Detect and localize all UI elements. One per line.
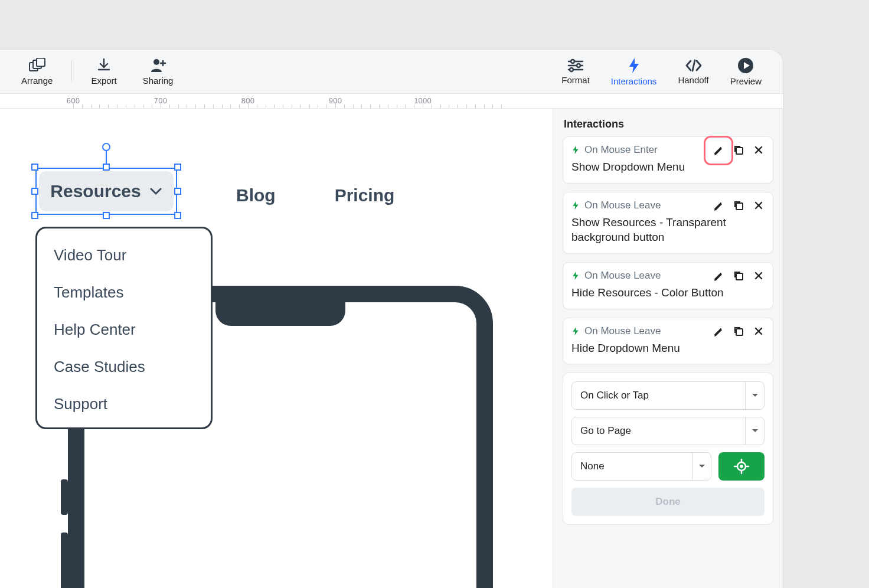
interaction-description: Show Resources - Transparent background … — [571, 215, 765, 245]
app-window: Arrange Export Sharing — [0, 50, 783, 588]
dropdown-item[interactable]: Help Center — [54, 321, 194, 339]
selection-outline — [35, 168, 177, 215]
svg-rect-11 — [736, 329, 743, 335]
interaction-card[interactable]: On Mouse LeaveShow Resources - Transpare… — [563, 192, 773, 254]
svg-rect-2 — [37, 58, 45, 66]
interaction-card[interactable]: On Mouse LeaveHide Dropdown Menu — [563, 318, 773, 365]
arrange-button[interactable]: Arrange — [11, 55, 63, 88]
svg-rect-8 — [736, 148, 743, 154]
phone-notch — [215, 301, 345, 326]
interaction-trigger: On Mouse Leave — [584, 200, 708, 211]
edit-icon[interactable] — [713, 325, 724, 337]
interaction-trigger: On Mouse Enter — [584, 144, 708, 156]
action-select[interactable]: Go to Page — [571, 417, 765, 445]
close-icon[interactable] — [753, 144, 765, 156]
edit-icon[interactable] — [713, 200, 724, 211]
close-icon[interactable] — [753, 200, 765, 211]
edit-icon[interactable] — [713, 270, 724, 282]
interaction-description: Hide Dropdown Menu — [571, 341, 765, 356]
dropdown-item[interactable]: Support — [54, 395, 194, 413]
resize-handle[interactable] — [103, 212, 110, 219]
preview-icon — [737, 57, 754, 74]
target-select-value: None — [580, 460, 605, 472]
duplicate-icon[interactable] — [733, 270, 744, 282]
handoff-tab[interactable]: Handoff — [667, 56, 719, 87]
edit-icon[interactable] — [713, 144, 724, 156]
preview-button[interactable]: Preview — [720, 55, 772, 89]
resize-handle[interactable] — [174, 188, 181, 195]
nav-link-blog[interactable]: Blog — [236, 185, 276, 205]
sharing-label: Sharing — [143, 76, 174, 86]
trigger-select[interactable]: On Click or Tap — [571, 381, 765, 410]
action-select-value: Go to Page — [580, 425, 631, 437]
interaction-card[interactable]: On Mouse LeaveHide Resources - Color But… — [563, 262, 773, 309]
resize-handle[interactable] — [174, 164, 181, 171]
interactions-icon — [628, 57, 641, 74]
resize-handle[interactable] — [31, 212, 38, 219]
done-button[interactable]: Done — [571, 488, 765, 516]
dropdown-item[interactable]: Templates — [54, 283, 194, 302]
interactions-label: Interactions — [611, 76, 657, 86]
format-label: Format — [561, 75, 590, 85]
resize-handle[interactable] — [103, 164, 110, 171]
svg-point-4 — [571, 60, 574, 63]
rotation-handle[interactable] — [102, 143, 110, 151]
export-label: Export — [91, 76, 116, 86]
duplicate-icon[interactable] — [733, 200, 744, 211]
bolt-icon — [571, 272, 580, 280]
format-icon — [567, 58, 584, 73]
chevron-down-icon — [745, 417, 764, 445]
toolbar-separator — [71, 60, 72, 83]
svg-rect-9 — [736, 203, 743, 210]
handoff-label: Handoff — [678, 75, 708, 85]
horizontal-ruler: 6007008009001000 — [0, 93, 783, 109]
design-canvas[interactable]: Blog Pricing Resources — [0, 109, 553, 588]
interaction-description: Hide Resources - Color Button — [571, 285, 765, 300]
handoff-icon — [684, 58, 703, 73]
bolt-icon — [571, 327, 580, 335]
pick-target-button[interactable] — [718, 452, 765, 481]
svg-point-3 — [153, 59, 159, 65]
phone-side-button — [61, 479, 68, 515]
interaction-trigger: On Mouse Leave — [584, 270, 708, 282]
svg-point-6 — [570, 68, 573, 71]
duplicate-icon[interactable] — [733, 144, 744, 156]
arrange-label: Arrange — [21, 76, 53, 86]
done-label: Done — [655, 496, 681, 508]
crosshair-icon — [734, 459, 749, 474]
duplicate-icon[interactable] — [733, 325, 744, 337]
sharing-icon — [149, 58, 167, 73]
target-select[interactable]: None — [571, 452, 711, 481]
preview-label: Preview — [730, 76, 762, 86]
trigger-select-value: On Click or Tap — [580, 390, 649, 401]
export-button[interactable]: Export — [80, 55, 127, 88]
svg-point-5 — [577, 64, 580, 67]
svg-rect-10 — [736, 273, 743, 280]
bolt-icon — [571, 146, 580, 154]
bolt-icon — [571, 201, 580, 210]
close-icon[interactable] — [753, 270, 765, 282]
interaction-card[interactable]: On Mouse EnterShow Dropdown Menu — [563, 136, 773, 184]
interactions-tab[interactable]: Interactions — [600, 55, 668, 89]
phone-side-button — [61, 533, 68, 588]
nav-link-pricing[interactable]: Pricing — [335, 185, 395, 205]
nav-links-row: Blog Pricing — [236, 185, 394, 205]
dropdown-item[interactable]: Case Studies — [54, 358, 194, 376]
resize-handle[interactable] — [31, 164, 38, 171]
format-tab[interactable]: Format — [551, 56, 600, 87]
interactions-panel: Interactions On Mouse EnterShow Dropdown… — [553, 109, 783, 588]
close-icon[interactable] — [753, 325, 765, 337]
resize-handle[interactable] — [174, 212, 181, 219]
resize-handle[interactable] — [31, 188, 38, 195]
interaction-trigger: On Mouse Leave — [584, 325, 708, 337]
sharing-button[interactable]: Sharing — [132, 55, 184, 88]
dropdown-item[interactable]: Video Tour — [54, 246, 194, 264]
new-interaction-form: On Click or Tap Go to Page None — [563, 373, 773, 525]
panel-title: Interactions — [564, 118, 772, 130]
chevron-down-icon — [745, 382, 764, 409]
selected-element[interactable]: Resources — [35, 168, 177, 215]
interaction-description: Show Dropdown Menu — [571, 159, 765, 175]
dropdown-menu[interactable]: Video Tour Templates Help Center Case St… — [35, 227, 213, 429]
arrange-icon — [28, 58, 46, 73]
export-icon — [96, 58, 112, 73]
